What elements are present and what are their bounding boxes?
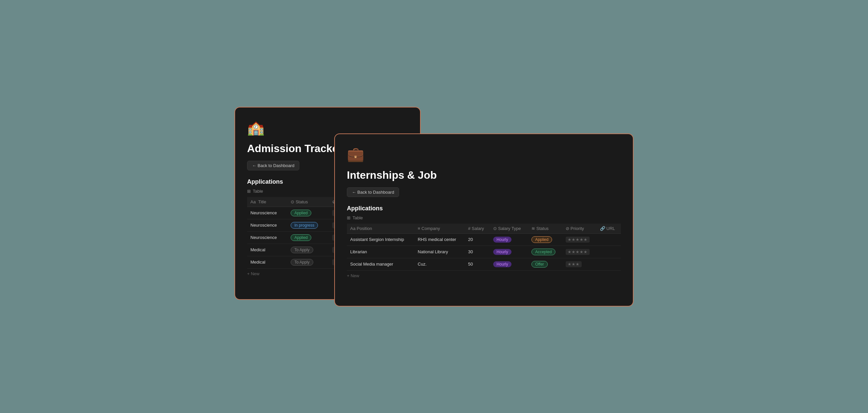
cell-title: Medical — [247, 256, 287, 268]
admission-back-button[interactable]: ← Back to Dashboard — [247, 161, 299, 170]
cell-status: Applied — [287, 207, 329, 219]
cell-status: To Apply — [287, 256, 329, 268]
col-title: Aa Title — [247, 197, 287, 207]
col-position: Aa Position — [347, 224, 414, 234]
cell-priority: ★★★ — [562, 258, 597, 270]
jobs-table: Aa Position ≡ Company # Salary ⊙ Salary … — [347, 224, 621, 271]
col-job-status: ≋ Status — [528, 224, 562, 234]
cell-salary-type: Hourly — [490, 245, 528, 258]
cell-salary: 30 — [465, 245, 490, 258]
table-row: Assistant Sergion Internship RHS medical… — [347, 233, 621, 245]
col-job-priority: ⊘ Priority — [562, 224, 597, 234]
briefcase-icon: 💼 — [347, 146, 621, 163]
cell-salary: 20 — [465, 233, 490, 245]
jobs-new-row[interactable]: + New — [347, 271, 621, 281]
col-url: 🔗 URL — [597, 224, 621, 234]
table-grid-icon: ⊞ — [247, 189, 251, 194]
cell-status: Offer — [528, 258, 562, 270]
cell-company: Cuz. — [414, 258, 465, 270]
col-status: ⊙ Status — [287, 197, 329, 207]
cell-url — [597, 245, 621, 258]
cell-status: Applied — [528, 233, 562, 245]
cell-position: Assistant Sergion Internship — [347, 233, 414, 245]
cell-status: Applied — [287, 231, 329, 244]
cell-salary: 50 — [465, 258, 490, 270]
cell-title: Neuroscience — [247, 207, 287, 219]
col-salary: # Salary — [465, 224, 490, 234]
cell-status: Accepted — [528, 245, 562, 258]
cell-url — [597, 233, 621, 245]
cell-company: RHS medical center — [414, 233, 465, 245]
cell-company: National Library — [414, 245, 465, 258]
jobs-card: 💼 Internships & Job ← Back to Dashboard … — [334, 134, 633, 306]
cell-position: Social Media manager — [347, 258, 414, 270]
jobs-section-title: Applications — [347, 205, 621, 212]
col-company: ≡ Company — [414, 224, 465, 234]
jobs-table-grid-icon: ⊞ — [347, 215, 350, 220]
cell-priority: ★★★★★ — [562, 245, 597, 258]
cell-status: In progress — [287, 219, 329, 231]
cell-position: Librarian — [347, 245, 414, 258]
cell-url — [597, 258, 621, 270]
cell-title: Neuroscience — [247, 219, 287, 231]
cell-priority: ★★★★★ — [562, 233, 597, 245]
cell-title: Neuroscience — [247, 231, 287, 244]
jobs-back-button[interactable]: ← Back to Dashboard — [347, 187, 399, 197]
jobs-table-label: ⊞ Table — [347, 215, 621, 220]
table-row: Librarian National Library 30 Hourly Acc… — [347, 245, 621, 258]
cell-title: Medical — [247, 244, 287, 256]
scene: 🏫 Admission Tracker ← Back to Dashboard … — [235, 107, 633, 306]
cell-salary-type: Hourly — [490, 258, 528, 270]
col-salary-type: ⊙ Salary Type — [490, 224, 528, 234]
cell-status: To Apply — [287, 244, 329, 256]
cell-salary-type: Hourly — [490, 233, 528, 245]
table-row: Social Media manager Cuz. 50 Hourly Offe… — [347, 258, 621, 270]
jobs-title: Internships & Job — [347, 169, 621, 181]
